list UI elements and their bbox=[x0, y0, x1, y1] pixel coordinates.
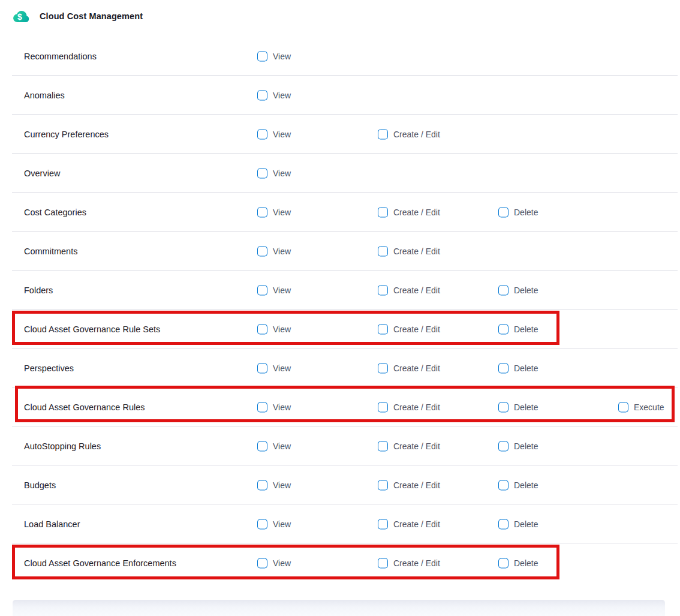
checkbox-icon[interactable] bbox=[257, 363, 267, 373]
view-checkbox[interactable]: View bbox=[257, 441, 291, 451]
row-folders: Folders View Create / Edit Delete bbox=[0, 271, 680, 309]
view-label: View bbox=[273, 52, 291, 61]
delete-checkbox[interactable]: Delete bbox=[498, 207, 538, 217]
delete-checkbox[interactable]: Delete bbox=[498, 324, 538, 334]
checkbox-icon[interactable] bbox=[498, 363, 509, 373]
checkbox-icon[interactable] bbox=[498, 558, 509, 568]
create-edit-checkbox[interactable]: Create / Edit bbox=[378, 519, 440, 529]
checkbox-icon[interactable] bbox=[257, 207, 267, 217]
checkbox-icon[interactable] bbox=[498, 285, 509, 295]
delete-checkbox[interactable]: Delete bbox=[498, 402, 538, 412]
delete-label: Delete bbox=[514, 208, 538, 217]
execute-checkbox[interactable]: Execute bbox=[618, 402, 664, 412]
checkbox-icon[interactable] bbox=[378, 402, 388, 412]
checkbox-icon[interactable] bbox=[257, 90, 267, 100]
resource-name: Recommendations bbox=[24, 52, 97, 61]
checkbox-icon[interactable] bbox=[257, 402, 267, 412]
checkbox-icon[interactable] bbox=[378, 558, 388, 568]
view-label: View bbox=[273, 519, 291, 529]
checkbox-icon[interactable] bbox=[257, 51, 267, 61]
view-checkbox[interactable]: View bbox=[257, 324, 291, 334]
resource-name: Anomalies bbox=[24, 91, 65, 100]
view-checkbox[interactable]: View bbox=[257, 90, 291, 100]
checkbox-icon[interactable] bbox=[378, 285, 388, 295]
create-edit-checkbox[interactable]: Create / Edit bbox=[378, 480, 440, 490]
create-edit-checkbox[interactable]: Create / Edit bbox=[378, 324, 440, 334]
create-edit-checkbox[interactable]: Create / Edit bbox=[378, 207, 440, 217]
view-checkbox[interactable]: View bbox=[257, 285, 291, 295]
checkbox-icon[interactable] bbox=[257, 324, 267, 334]
view-checkbox[interactable]: View bbox=[257, 207, 291, 217]
delete-label: Delete bbox=[514, 441, 538, 451]
create-edit-checkbox[interactable]: Create / Edit bbox=[378, 129, 440, 139]
view-label: View bbox=[273, 402, 291, 412]
view-checkbox[interactable]: View bbox=[257, 558, 291, 568]
create-edit-label: Create / Edit bbox=[393, 558, 440, 568]
checkbox-icon[interactable] bbox=[257, 519, 267, 529]
checkbox-icon[interactable] bbox=[257, 558, 267, 568]
create-edit-checkbox[interactable]: Create / Edit bbox=[378, 363, 440, 373]
delete-label: Delete bbox=[514, 402, 538, 412]
row-cost-categories: Cost Categories View Create / Edit Delet… bbox=[0, 193, 680, 232]
checkbox-icon[interactable] bbox=[498, 207, 509, 217]
resource-name: Folders bbox=[24, 286, 53, 295]
checkbox-icon[interactable] bbox=[378, 441, 388, 451]
resource-name: Commitments bbox=[24, 247, 77, 256]
row-load-balancer: Load Balancer View Create / Edit Delete bbox=[0, 504, 680, 543]
delete-label: Delete bbox=[514, 286, 538, 295]
delete-checkbox[interactable]: Delete bbox=[498, 480, 538, 490]
create-edit-checkbox[interactable]: Create / Edit bbox=[378, 441, 440, 451]
checkbox-icon[interactable] bbox=[257, 246, 267, 256]
checkbox-icon[interactable] bbox=[618, 402, 628, 412]
view-checkbox[interactable]: View bbox=[257, 519, 291, 529]
row-autostopping-rules: AutoStopping Rules View Create / Edit De… bbox=[0, 426, 680, 465]
view-checkbox[interactable]: View bbox=[257, 363, 291, 373]
row-anomalies: Anomalies View bbox=[0, 76, 680, 115]
checkbox-icon[interactable] bbox=[498, 480, 509, 490]
create-edit-checkbox[interactable]: Create / Edit bbox=[378, 558, 440, 568]
view-checkbox[interactable]: View bbox=[257, 168, 291, 178]
row-commitments: Commitments View Create / Edit bbox=[0, 232, 680, 271]
checkbox-icon[interactable] bbox=[257, 441, 267, 451]
delete-checkbox[interactable]: Delete bbox=[498, 285, 538, 295]
create-edit-checkbox[interactable]: Create / Edit bbox=[378, 246, 440, 256]
checkbox-icon[interactable] bbox=[257, 168, 267, 178]
view-checkbox[interactable]: View bbox=[257, 129, 291, 139]
delete-checkbox[interactable]: Delete bbox=[498, 441, 538, 451]
resource-name: Overview bbox=[24, 169, 60, 178]
resource-name: Currency Preferences bbox=[24, 130, 109, 139]
checkbox-icon[interactable] bbox=[378, 207, 388, 217]
checkbox-icon[interactable] bbox=[498, 519, 509, 529]
delete-label: Delete bbox=[514, 363, 538, 373]
permissions-table: Recommendations View Anomalies View Curr… bbox=[0, 37, 680, 582]
checkbox-icon[interactable] bbox=[378, 324, 388, 334]
checkbox-icon[interactable] bbox=[498, 324, 509, 334]
create-edit-checkbox[interactable]: Create / Edit bbox=[378, 402, 440, 412]
checkbox-icon[interactable] bbox=[378, 363, 388, 373]
delete-checkbox[interactable]: Delete bbox=[498, 519, 538, 529]
checkbox-icon[interactable] bbox=[257, 480, 267, 490]
checkbox-icon[interactable] bbox=[378, 246, 388, 256]
checkbox-icon[interactable] bbox=[498, 441, 509, 451]
next-section-header-partial[interactable] bbox=[13, 600, 665, 616]
checkbox-icon[interactable] bbox=[498, 402, 509, 412]
create-edit-label: Create / Edit bbox=[393, 208, 440, 217]
checkbox-icon[interactable] bbox=[257, 129, 267, 139]
view-checkbox[interactable]: View bbox=[257, 402, 291, 412]
delete-checkbox[interactable]: Delete bbox=[498, 558, 538, 568]
resource-name: AutoStopping Rules bbox=[24, 441, 101, 451]
create-edit-label: Create / Edit bbox=[393, 480, 440, 490]
row-budgets: Budgets View Create / Edit Delete bbox=[0, 465, 680, 504]
checkbox-icon[interactable] bbox=[378, 519, 388, 529]
view-checkbox[interactable]: View bbox=[257, 51, 291, 61]
delete-label: Delete bbox=[514, 324, 538, 334]
resource-name: Cloud Asset Governance Enforcements bbox=[24, 558, 176, 568]
checkbox-icon[interactable] bbox=[378, 129, 388, 139]
create-edit-checkbox[interactable]: Create / Edit bbox=[378, 285, 440, 295]
resource-name: Load Balancer bbox=[24, 519, 80, 529]
view-checkbox[interactable]: View bbox=[257, 246, 291, 256]
checkbox-icon[interactable] bbox=[257, 285, 267, 295]
view-checkbox[interactable]: View bbox=[257, 480, 291, 490]
delete-checkbox[interactable]: Delete bbox=[498, 363, 538, 373]
checkbox-icon[interactable] bbox=[378, 480, 388, 490]
